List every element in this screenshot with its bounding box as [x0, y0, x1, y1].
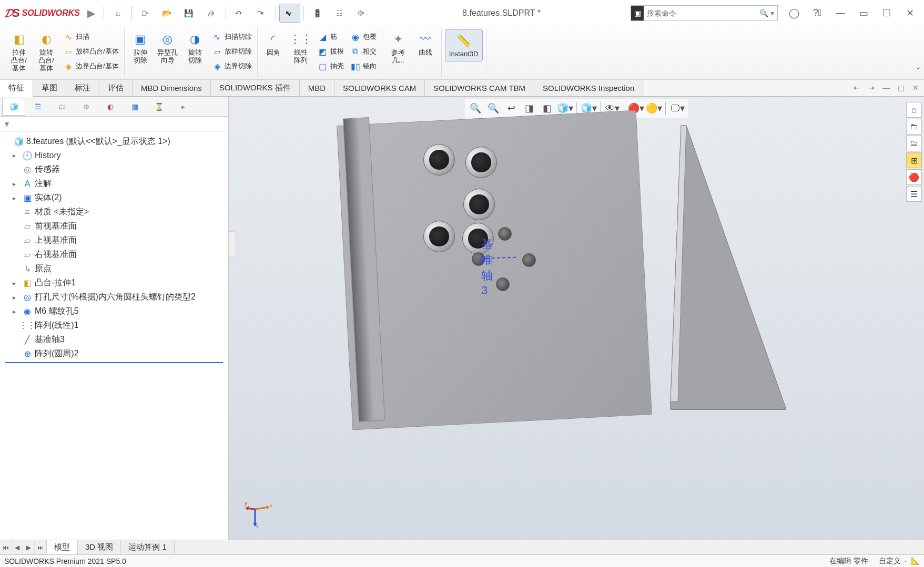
view-palette-icon[interactable]: ⊞: [906, 152, 922, 168]
intersect-button[interactable]: ⧉相交: [348, 44, 379, 59]
settings-button[interactable]: ⚙▾: [351, 4, 372, 23]
tree-circular-pattern: ⊛阵列(圆周)2: [2, 347, 226, 361]
wrap-button[interactable]: ◉包覆: [348, 29, 379, 44]
feature-tree-tab[interactable]: 🧊: [2, 98, 25, 116]
close-button[interactable]: ✕: [900, 5, 920, 21]
dimxpert-tab[interactable]: ⊕: [75, 98, 98, 116]
nav-last-icon[interactable]: ⏭: [35, 541, 46, 554]
tab-evaluate[interactable]: 评估: [99, 80, 133, 96]
revolve-boss-button[interactable]: ◐旋转凸台/基体: [34, 29, 59, 72]
tab-mbd[interactable]: MBD: [300, 80, 334, 96]
tab-cam-tbm[interactable]: SOLIDWORKS CAM TBM: [425, 80, 534, 96]
extrude-boss-button[interactable]: ◧拉伸凸台/基体: [6, 29, 32, 72]
maximize-button[interactable]: ☐: [877, 5, 897, 21]
rollback-bar[interactable]: [5, 362, 223, 363]
tab-plugins[interactable]: SOLIDWORKS 插件: [211, 80, 300, 96]
tab-sketch[interactable]: 草图: [33, 80, 66, 96]
help-icon[interactable]: ?⃝: [807, 5, 827, 21]
zoom-area-icon[interactable]: 🔍: [485, 101, 502, 116]
editing-label: 在编辑 零件: [829, 556, 868, 566]
nav-prev-icon[interactable]: ◀: [12, 541, 23, 554]
custom-label[interactable]: 自定义: [879, 556, 901, 565]
search-icon[interactable]: 🔍 ▾: [756, 9, 777, 17]
custom-props-icon[interactable]: ☰: [906, 186, 922, 202]
curves-button[interactable]: 〰曲线: [413, 29, 438, 56]
nav-first-icon[interactable]: ⏮: [0, 541, 12, 554]
doc-close-icon[interactable]: ✕: [909, 81, 922, 94]
undo-button[interactable]: ↶▾: [229, 4, 250, 23]
print-button[interactable]: 🖨▾: [201, 4, 222, 23]
cam-ops-tab[interactable]: ⌛: [147, 98, 170, 116]
dynamic-annotation-icon[interactable]: ◧: [539, 101, 555, 116]
property-manager-tab[interactable]: ☰: [26, 98, 49, 116]
cam-tree-tab[interactable]: ▦: [123, 98, 146, 116]
search-input[interactable]: [644, 9, 756, 17]
feature-tree[interactable]: 🧊8.features (默认<<默认>_显示状态 1>) ▸🕘History …: [0, 131, 228, 540]
viewport-3d[interactable]: 🔍 🔍 ↩ ◨ ◧ 🧊▾ 🧊▾ 👁▾ 🔴▾ 🟡▾ 🖵▾: [229, 97, 924, 540]
command-search[interactable]: ▣ 🔍 ▾: [631, 5, 778, 21]
tab-model[interactable]: 模型: [47, 540, 78, 554]
rib-button[interactable]: ◢筋: [316, 29, 346, 44]
title-bar: 𝓓S SOLIDWORKS ▶ ⌂ 🗋▾ 📂▾ 💾▾ 🖨▾ ↶▾ ↷▾ ⬉▾ 🚦…: [0, 0, 924, 26]
previous-view-icon[interactable]: ↩: [503, 101, 520, 116]
tab-annotate[interactable]: 标注: [66, 80, 99, 96]
file-explorer-icon[interactable]: 🗂: [906, 136, 922, 151]
tab-3dview[interactable]: 3D 视图: [78, 540, 121, 554]
tree-boss-extrude: ▸◧凸台-拉伸1: [2, 276, 226, 290]
rebuild-button[interactable]: 🚦: [307, 4, 328, 23]
draft-button[interactable]: ◩拔模: [316, 44, 346, 59]
zoom-fit-icon[interactable]: 🔍: [467, 101, 484, 116]
linear-pattern-button[interactable]: ⋮⋮线性阵列: [288, 29, 313, 64]
extrude-cut-button[interactable]: ▣拉伸切除: [128, 29, 153, 64]
collapse-ribbon-icon[interactable]: ˇ: [917, 66, 920, 77]
tab-cam[interactable]: SOLIDWORKS CAM: [334, 80, 425, 96]
ref-geometry-button[interactable]: ✦参考几...: [385, 29, 411, 64]
open-button[interactable]: 📂▾: [157, 4, 178, 23]
doc-minimize-icon[interactable]: —: [880, 81, 892, 94]
redo-button[interactable]: ↷▾: [251, 4, 272, 23]
tab-inspection[interactable]: SOLIDWORKS Inspection: [534, 80, 643, 96]
overflow-tab[interactable]: ▸: [171, 98, 195, 116]
svg-text:z: z: [256, 524, 259, 529]
mirror-button[interactable]: ▮▯镜向: [348, 59, 379, 74]
new-button[interactable]: 🗋▾: [135, 4, 156, 23]
boundary-cut-button[interactable]: ◈边界切除: [210, 59, 254, 74]
user-icon[interactable]: ◯: [784, 5, 804, 21]
extrude-cut-icon: ▣: [133, 32, 148, 46]
select-button[interactable]: ⬉▾: [279, 4, 300, 23]
play-icon[interactable]: ▶: [87, 7, 95, 19]
tree-filter-bar[interactable]: ▼: [0, 117, 228, 131]
sweep-button[interactable]: ∿扫描: [61, 29, 121, 44]
hole-wizard-button[interactable]: ◎异型孔向导: [155, 29, 180, 64]
appearances-icon[interactable]: 🔴: [906, 169, 922, 185]
home-button[interactable]: ⌂: [107, 4, 128, 23]
options-button[interactable]: ☷: [329, 4, 350, 23]
doc-restore-icon[interactable]: ▢: [895, 81, 907, 94]
restore-button[interactable]: ▭: [854, 5, 874, 21]
view-settings-icon[interactable]: 🖵▾: [669, 101, 686, 116]
save-button[interactable]: 💾▾: [179, 4, 200, 23]
sweep-cut-button[interactable]: ∿扫描切除: [210, 29, 254, 44]
instant3d-button[interactable]: 📏Instant3D: [445, 29, 483, 61]
display-manager-tab[interactable]: ◐: [99, 98, 122, 116]
tab-motion[interactable]: 运动算例 1: [121, 540, 175, 554]
design-library-icon[interactable]: 🗀: [906, 119, 922, 135]
loft-cut-button[interactable]: ▱放样切除: [210, 44, 254, 59]
tab-feature[interactable]: 特征: [0, 80, 33, 97]
expand-panel2-icon[interactable]: ⇥: [865, 81, 878, 94]
revolve-cut-button[interactable]: ◑旋转切除: [182, 29, 208, 64]
measure-icon[interactable]: 📐: [911, 556, 920, 565]
minimize-button[interactable]: —: [830, 5, 850, 21]
nav-next-icon[interactable]: ▶: [23, 541, 35, 554]
loft-button[interactable]: ▱放样凸台/基体: [61, 44, 121, 59]
shell-button[interactable]: ▢抽壳: [316, 59, 346, 74]
boundary-button[interactable]: ◈边界凸台/基体: [61, 59, 121, 74]
tab-mbd-dim[interactable]: MBD Dimensions: [133, 80, 211, 96]
fillet-button[interactable]: ◜圆角: [261, 29, 286, 56]
config-manager-tab[interactable]: 🗂: [50, 98, 74, 116]
panel-collapse-handle[interactable]: [229, 231, 236, 257]
scene-icon[interactable]: 🟡▾: [645, 101, 662, 116]
section-view-icon[interactable]: ◨: [521, 101, 537, 116]
expand-panel-icon[interactable]: ⇤: [850, 81, 863, 94]
sw-resources-icon[interactable]: ⌂: [906, 102, 922, 118]
